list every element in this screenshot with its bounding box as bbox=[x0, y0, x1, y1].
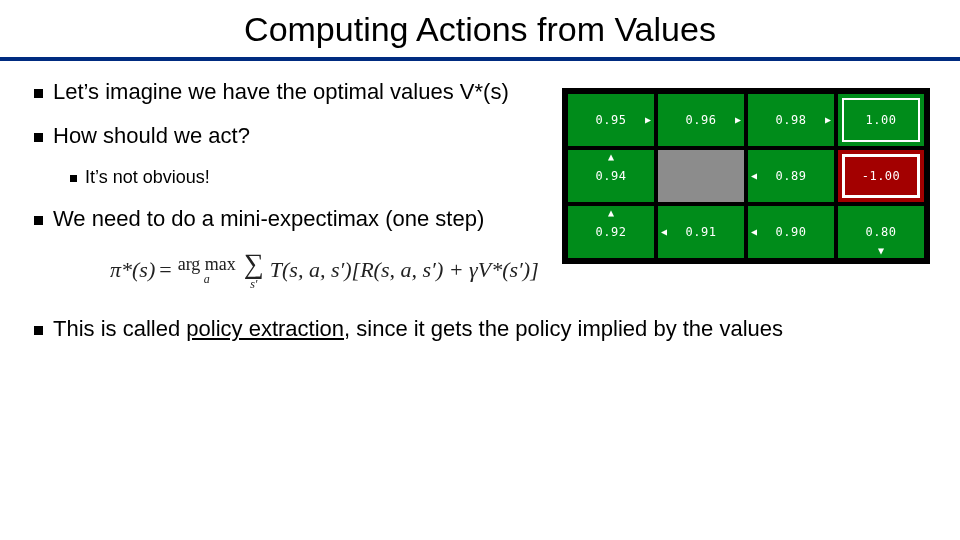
value-grid: 0.95 ▶ 0.96 ▶ 0.98 ▶ 1.00 0.94 ▲ 0.89 ◀ … bbox=[562, 88, 930, 264]
cell-r0c2: 0.98 ▶ bbox=[748, 94, 834, 146]
cell-r2c1: 0.91 ◀ bbox=[658, 206, 744, 258]
bullet-4-post: , since it gets the policy implied by th… bbox=[344, 316, 783, 341]
cell-r1c1-wall bbox=[658, 150, 744, 202]
title-underline bbox=[0, 57, 960, 61]
cell-value: 0.95 bbox=[596, 113, 627, 127]
arrow-right-icon: ▶ bbox=[735, 115, 741, 125]
bullet-icon bbox=[34, 133, 43, 142]
slide-title: Computing Actions from Values bbox=[0, 10, 960, 49]
formula-sigma: ∑ s′ bbox=[244, 250, 264, 290]
terminal-box-icon bbox=[842, 154, 920, 198]
cell-r1c3-terminal: -1.00 bbox=[838, 150, 924, 202]
bullet-2-text: How should we act? bbox=[53, 123, 250, 149]
bullet-1: Let’s imagine we have the optimal values… bbox=[34, 79, 594, 105]
sigma-sub: s′ bbox=[250, 278, 257, 290]
formula-argmax-sub: a bbox=[204, 273, 210, 285]
slide-title-wrap: Computing Actions from Values bbox=[0, 0, 960, 55]
bullet-2: How should we act? bbox=[34, 123, 594, 149]
bullet-4-underline: policy extraction bbox=[186, 316, 344, 341]
bullet-icon bbox=[34, 89, 43, 98]
bullet-1-text: Let’s imagine we have the optimal values… bbox=[53, 79, 509, 105]
terminal-box-icon bbox=[842, 98, 920, 142]
cell-value: 0.98 bbox=[776, 113, 807, 127]
bullet-4: This is called policy extraction, since … bbox=[34, 316, 926, 342]
cell-r2c0: 0.92 ▲ bbox=[568, 206, 654, 258]
cell-value: 0.89 bbox=[776, 169, 807, 183]
cell-value: 0.92 bbox=[596, 225, 627, 239]
bullet-2a-text: It’s not obvious! bbox=[85, 167, 210, 188]
bullet-icon bbox=[34, 326, 43, 335]
formula-argmax-op: arg max bbox=[178, 255, 236, 273]
arrow-down-icon: ▼ bbox=[878, 246, 884, 256]
cell-value: 0.94 bbox=[596, 169, 627, 183]
cell-r0c3-terminal: 1.00 bbox=[838, 94, 924, 146]
cell-value: 0.91 bbox=[686, 225, 717, 239]
cell-value: 0.96 bbox=[686, 113, 717, 127]
grid-inner: 0.95 ▶ 0.96 ▶ 0.98 ▶ 1.00 0.94 ▲ 0.89 ◀ … bbox=[568, 94, 924, 258]
arrow-right-icon: ▶ bbox=[645, 115, 651, 125]
bullet-3-text: We need to do a mini-expectimax (one ste… bbox=[53, 206, 484, 232]
cell-r2c2: 0.90 ◀ bbox=[748, 206, 834, 258]
cell-value: 0.90 bbox=[776, 225, 807, 239]
arrow-left-icon: ◀ bbox=[661, 227, 667, 237]
formula-body: T(s, a, s′)[R(s, a, s′) + γV*(s′)] bbox=[270, 257, 539, 283]
bullet-4-text: This is called policy extraction, since … bbox=[53, 316, 783, 342]
formula-eq: = bbox=[159, 257, 171, 283]
arrow-left-icon: ◀ bbox=[751, 227, 757, 237]
cell-r1c0: 0.94 ▲ bbox=[568, 150, 654, 202]
cell-r1c2: 0.89 ◀ bbox=[748, 150, 834, 202]
bullet-4-pre: This is called bbox=[53, 316, 186, 341]
sigma-icon: ∑ bbox=[244, 250, 264, 278]
cell-r2c3: 0.80 ▼ bbox=[838, 206, 924, 258]
arrow-right-icon: ▶ bbox=[825, 115, 831, 125]
bullet-icon bbox=[34, 216, 43, 225]
bullet-3: We need to do a mini-expectimax (one ste… bbox=[34, 206, 594, 232]
cell-r0c0: 0.95 ▶ bbox=[568, 94, 654, 146]
arrow-left-icon: ◀ bbox=[751, 171, 757, 181]
bullet-icon bbox=[70, 175, 77, 182]
cell-value: 0.80 bbox=[866, 225, 897, 239]
arrow-up-icon: ▲ bbox=[608, 152, 614, 162]
cell-r0c1: 0.96 ▶ bbox=[658, 94, 744, 146]
formula-argmax: arg max a bbox=[178, 255, 236, 285]
formula-lhs: π*(s) bbox=[110, 257, 155, 283]
arrow-up-icon: ▲ bbox=[608, 208, 614, 218]
